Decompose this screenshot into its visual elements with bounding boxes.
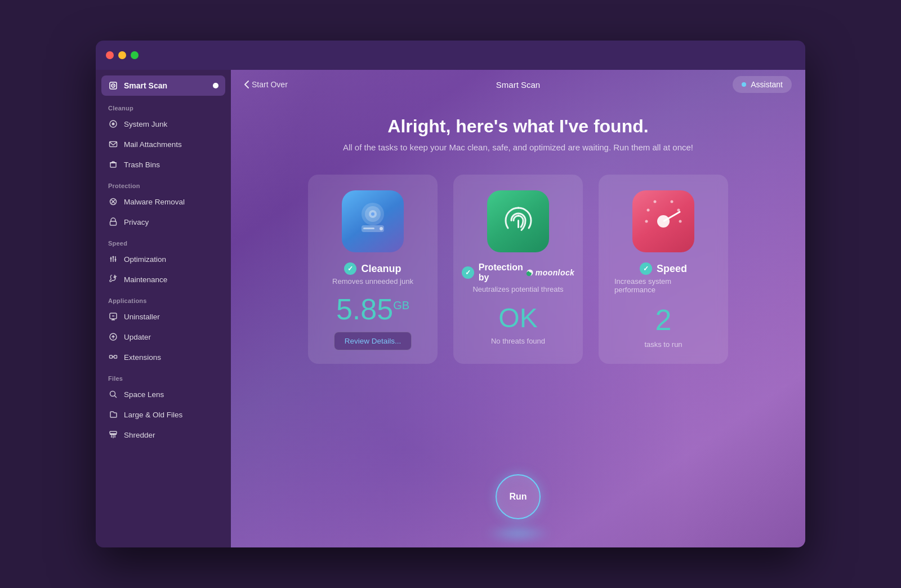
speed-check: ✓ [640,262,652,275]
sidebar-item-malware-removal[interactable]: Malware Removal [96,192,231,211]
fingerprint-icon [500,203,537,240]
cleanup-check: ✓ [344,262,356,275]
space-lens-icon [108,389,118,399]
back-button[interactable]: Start Over [244,80,288,89]
sidebar-item-smart-scan[interactable]: Smart Scan [101,75,225,96]
sidebar-item-label: Maintenance [124,275,167,284]
cleanup-big-value: 5.85GB [336,295,409,324]
svg-point-48 [654,201,657,203]
large-files-icon [108,409,118,420]
maximize-button[interactable] [131,51,139,59]
sidebar-item-privacy[interactable]: Privacy [96,212,231,231]
back-label: Start Over [252,80,288,89]
shredder-icon [108,430,118,440]
sidebar-item-shredder[interactable]: Shredder [96,425,231,444]
svg-rect-29 [110,355,113,358]
section-label-protection: Protection [96,175,231,191]
protection-detail: No threats found [491,337,545,345]
section-label-speed: Speed [96,232,231,249]
sidebar-item-label: Optimization [124,255,166,264]
maintenance-icon [108,274,118,284]
sidebar-item-mail-attachments[interactable]: Mail Attachments [96,135,231,154]
svg-point-47 [647,209,650,212]
speed-card-icon [632,190,694,252]
sidebar-item-label: Extensions [124,353,161,362]
svg-rect-6 [110,163,116,167]
card-speed: ✓ Speed Increases system performance 2 t… [599,175,728,364]
run-button[interactable]: Run [496,474,541,519]
malware-icon [108,197,118,207]
svg-rect-38 [110,434,117,435]
sidebar-item-maintenance[interactable]: Maintenance [96,270,231,289]
svg-point-32 [110,391,115,397]
check-mark: ✓ [643,265,649,273]
subheadline: All of the tasks to keep your Mac clean,… [343,142,693,152]
moonlock-brand: moonlock [526,268,574,277]
sidebar-item-system-junk[interactable]: System Junk [96,114,231,133]
protection-title-row: ✓ Protection by moonlock [462,262,575,283]
sidebar-item-label: Trash Bins [124,161,160,169]
mail-icon [108,139,118,149]
system-junk-icon [108,119,118,129]
run-button-container: Run [496,474,541,536]
close-button[interactable] [106,51,114,59]
moonlock-logo-icon [526,269,534,277]
back-chevron-icon [244,81,249,88]
cleanup-title-row: ✓ Cleanup [344,262,401,275]
speed-big-value: 2 [655,303,672,337]
sidebar-item-uninstaller[interactable]: Uninstaller [96,307,231,326]
protection-title: Protection by [479,262,523,283]
trash-icon [108,159,118,170]
sidebar-item-space-lens[interactable]: Space Lens [96,385,231,404]
sidebar-item-label: Uninstaller [124,313,160,321]
sidebar-item-large-old-files[interactable]: Large & Old Files [96,405,231,424]
speed-card-title: Speed [657,263,687,275]
speed-dial [632,190,694,252]
sidebar-item-label: Large & Old Files [124,411,182,419]
page-title: Smart Scan [496,80,540,90]
sidebar-item-updater[interactable]: Updater [96,327,231,346]
updater-icon [108,332,118,342]
svg-point-21 [110,258,112,260]
content-area: Start Over Smart Scan Assistant Alright,… [231,70,805,547]
moonlock-text: moonlock [536,268,574,277]
review-details-button[interactable]: Review Details... [334,332,412,350]
svg-point-49 [679,220,682,223]
assistant-button[interactable]: Assistant [733,76,792,93]
sidebar-item-optimization[interactable]: Optimization [96,250,231,269]
svg-rect-34 [110,431,117,434]
sidebar-item-label: Mail Attachments [124,140,182,149]
active-indicator [213,83,218,88]
sidebar-item-label: Privacy [124,218,149,226]
svg-point-42 [371,212,374,216]
protection-big-value: OK [498,302,537,333]
minimize-button[interactable] [118,51,126,59]
content-nav: Start Over Smart Scan Assistant [231,70,805,99]
svg-point-23 [115,259,117,261]
assistant-label: Assistant [751,80,783,89]
protection-brand: Protection by moonlock [479,262,575,283]
section-label-applications: Applications [96,289,231,306]
main-layout: Smart Scan Cleanup System Junk Mail Atta… [96,70,805,547]
section-label-cleanup: Cleanup [96,97,231,114]
svg-point-44 [380,227,383,230]
svg-point-51 [671,201,673,203]
speed-card-subtitle: Increases system performance [614,277,712,294]
extensions-icon [108,352,118,362]
cleanup-card-title: Cleanup [361,263,401,275]
titlebar [96,41,805,70]
protection-subtitle: Neutralizes potential threats [472,285,563,293]
assistant-dot [742,82,746,87]
speed-title-row: ✓ Speed [640,262,687,275]
svg-rect-45 [363,228,374,229]
svg-point-4 [112,123,115,126]
section-label-files: Files [96,367,231,384]
check-mark: ✓ [465,269,471,277]
svg-point-2 [113,85,114,86]
protection-card-icon [487,190,549,252]
sidebar-item-label: Updater [124,333,151,341]
content-body: Alright, here's what I've found. All of … [231,99,805,547]
sidebar-item-extensions[interactable]: Extensions [96,348,231,367]
card-protection: ✓ Protection by moonlock [453,175,583,364]
sidebar-item-trash-bins[interactable]: Trash Bins [96,155,231,174]
